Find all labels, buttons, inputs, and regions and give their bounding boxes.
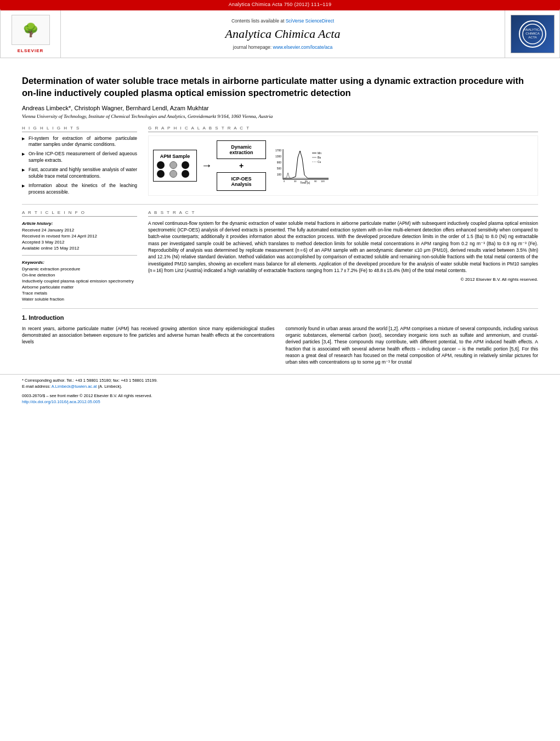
svg-text:CHIMICA: CHIMICA — [525, 32, 539, 35]
journal-header: 🌳 ELSEVIER Contents lists available at S… — [0, 9, 560, 58]
history-label: Article history: — [22, 221, 137, 226]
copyright-line: © 2012 Elsevier B.V. All rights reserved… — [148, 277, 538, 282]
dynamic-extraction-label: Dynamic extraction — [220, 144, 262, 155]
svg-text:Mn: Mn — [318, 151, 321, 155]
keyword-3: Inductively coupled plasma optical emiss… — [22, 279, 137, 284]
contents-available-line: Contents lists available at SciVerse Sci… — [231, 18, 334, 24]
keywords-section: Keywords: Dynamic extraction procedure O… — [22, 260, 137, 302]
keyword-4: Airborne particulate matter — [22, 285, 137, 290]
keyword-6: Water soluble fraction — [22, 297, 137, 302]
page-container: Analytica Chimica Acta 750 (2012) 111–11… — [0, 0, 560, 741]
doi-link[interactable]: http://dx.doi.org/10.1016/j.aca.2012.05.… — [22, 399, 100, 404]
keywords-label: Keywords: — [22, 260, 137, 265]
section-number: 1. — [22, 314, 27, 321]
intro-body-columns: In recent years, airborne particulate ma… — [22, 325, 538, 366]
email-link[interactable]: A.Limbeck@tuwien.ac.at — [52, 384, 97, 389]
oes-label: ICP-OES Analysis — [220, 176, 262, 187]
intro-para-left: In recent years, airborne particulate ma… — [22, 325, 275, 346]
apm-label: APM Sample — [157, 154, 193, 159]
homepage-prefix: journal homepage: — [233, 44, 271, 50]
introduction-section: 1. Introduction In recent years, airborn… — [22, 314, 538, 366]
svg-text:30: 30 — [294, 180, 297, 183]
email-label: E-mail address: — [22, 384, 50, 389]
main-content: Determination of water soluble trace met… — [0, 58, 560, 374]
affiliation: Vienna University of Technology, Institu… — [22, 114, 538, 119]
authors: Andreas Limbeck*, Christoph Wagner, Bern… — [22, 105, 209, 111]
svg-text:Ba: Ba — [318, 156, 321, 159]
arrow-icon: → — [201, 159, 212, 172]
highlights-graphical-row: H I G H L I G H T S FI-system for extrac… — [22, 126, 538, 199]
tree-icon: 🌳 — [22, 24, 39, 37]
circle-3 — [182, 161, 189, 169]
contents-prefix: Contents lists available at — [231, 18, 284, 24]
journal-title: Analytica Chimica Acta — [225, 27, 341, 41]
article-info-abstract-row: A R T I C L E I N F O Article history: R… — [22, 210, 538, 303]
info-divider — [22, 255, 137, 256]
circle-5 — [169, 170, 177, 178]
corresponding-author-note: * Corresponding author. Tel.: +43 1 5880… — [22, 378, 538, 383]
svg-text:120: 120 — [321, 180, 325, 183]
apm-circles-grid — [157, 161, 193, 178]
circle-2 — [169, 161, 177, 169]
issn-line: 0003-2670/$ – see front matter © 2012 El… — [22, 393, 538, 398]
svg-text:1700: 1700 — [275, 149, 281, 152]
aca-journal-logo: ANALYTICA CHIMICA ACTA — [511, 15, 555, 53]
keyword-5: Trace metals — [22, 291, 137, 296]
svg-text:ANALYTICA: ANALYTICA — [523, 28, 541, 31]
abstract-section: A B S T R A C T A novel continuous-flow … — [148, 210, 538, 303]
authors-line: Andreas Limbeck*, Christoph Wagner, Bern… — [22, 105, 538, 111]
available-date: Available online 15 May 2012 — [22, 246, 137, 251]
journal-citation: Analytica Chimica Acta 750 (2012) 111–11… — [229, 2, 331, 7]
oes-analysis-box: ICP-OES Analysis — [217, 172, 266, 191]
homepage-url[interactable]: www.elsevier.com/locate/aca — [273, 44, 333, 50]
svg-text:90: 90 — [314, 180, 317, 183]
keyword-1: Dynamic extraction procedure — [22, 267, 137, 271]
journal-citation-bar: Analytica Chimica Acta 750 (2012) 111–11… — [0, 0, 560, 9]
email-note: E-mail address: A.Limbeck@tuwien.ac.at (… — [22, 384, 538, 389]
svg-text:500: 500 — [277, 167, 282, 170]
svg-text:ACTA: ACTA — [528, 36, 537, 39]
plus-sign: + — [239, 161, 244, 170]
svg-text:0: 0 — [284, 180, 285, 183]
highlights-list: FI-system for extraction of airborne par… — [22, 135, 137, 196]
abstract-heading: A B S T R A C T — [148, 210, 538, 217]
intro-right-col: commonly found in urban areas around the… — [286, 325, 539, 366]
circle-1 — [157, 161, 165, 169]
highlights-heading: H I G H L I G H T S — [22, 126, 137, 132]
intro-heading: 1. Introduction — [22, 314, 538, 321]
sciverse-link[interactable]: SciVerse ScienceDirect — [286, 18, 334, 24]
intro-left-col: In recent years, airborne particulate ma… — [22, 325, 275, 366]
elsevier-wordmark: ELSEVIER — [18, 48, 44, 53]
svg-text:900: 900 — [277, 161, 282, 164]
revised-date: Received in revised form 24 April 2012 — [22, 234, 137, 239]
received-date: Received 24 January 2012 — [22, 228, 137, 233]
highlight-item-2: On-line ICP-OES measurement of derived a… — [22, 151, 137, 164]
article-info-section: A R T I C L E I N F O Article history: R… — [22, 210, 137, 303]
article-history: Article history: Received 24 January 201… — [22, 221, 137, 251]
highlight-item-3: Fast, accurate and highly sensitive anal… — [22, 167, 137, 180]
doi-line: http://dx.doi.org/10.1016/j.aca.2012.05.… — [22, 399, 538, 404]
graphical-abstract-heading: G R A P H I C A L A B S T R A C T — [148, 126, 538, 132]
apm-sample-box: APM Sample — [153, 150, 197, 182]
section-title: Introduction — [29, 314, 64, 321]
article-info-heading: A R T I C L E I N F O — [22, 210, 137, 217]
keyword-2: On-line detection — [22, 273, 137, 278]
highlight-item-4: Information about the kinetics of the le… — [22, 183, 137, 196]
highlight-item-1: FI-system for extraction of airborne par… — [22, 135, 137, 149]
section-divider-2 — [22, 308, 538, 309]
highlights-section: H I G H L I G H T S FI-system for extrac… — [22, 126, 137, 199]
journal-logo-section: ANALYTICA CHIMICA ACTA — [505, 10, 559, 58]
circle-4 — [157, 170, 165, 178]
graphical-abstract-content: APM Sample → — [148, 135, 538, 196]
elsevier-tree-logo: 🌳 — [12, 15, 50, 45]
graphical-abstract-section: G R A P H I C A L A B S T R A C T APM Sa… — [148, 126, 538, 199]
svg-text:1300: 1300 — [275, 155, 281, 158]
elsevier-logo: 🌳 ELSEVIER — [12, 15, 50, 53]
svg-text:100: 100 — [277, 173, 282, 176]
intro-para-right: commonly found in urban areas around the… — [286, 325, 539, 366]
accepted-date: Accepted 3 May 2012 — [22, 240, 137, 245]
journal-homepage-line: journal homepage: www.elsevier.com/locat… — [233, 44, 332, 50]
aca-logo-circle: ANALYTICA CHIMICA ACTA — [519, 20, 546, 48]
circle-6 — [182, 170, 189, 178]
page-footer: * Corresponding author. Tel.: +43 1 5880… — [0, 374, 560, 408]
